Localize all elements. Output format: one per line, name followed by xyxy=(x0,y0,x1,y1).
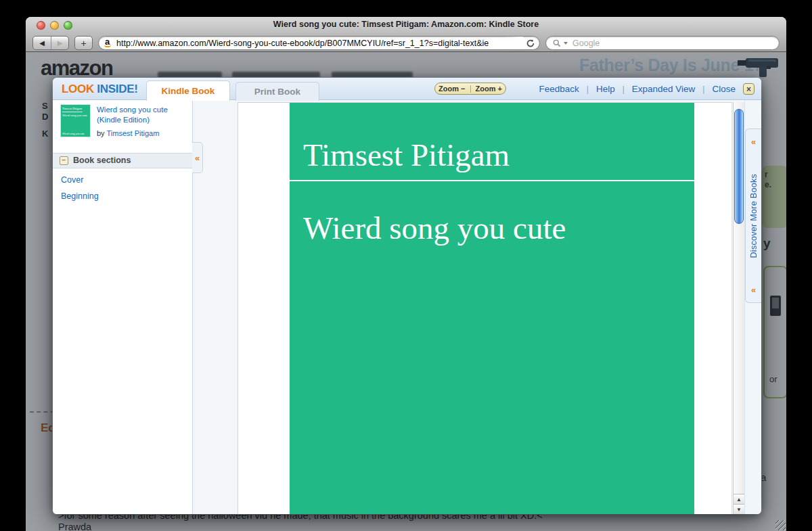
feedback-link[interactable]: Feedback xyxy=(539,84,579,94)
cover-divider-line xyxy=(290,180,694,181)
back-button[interactable]: ◀ xyxy=(33,37,51,49)
book-title-link[interactable]: Wierd song you cute (Kindle Edition) xyxy=(97,105,185,125)
forward-button[interactable]: ▶ xyxy=(51,37,68,49)
browser-toolbar: ◀ ▶ + a http://www.amazon.com/Wierd-song… xyxy=(26,34,786,52)
search-engine-dropdown-icon[interactable] xyxy=(564,42,568,45)
amazon-favicon-icon: a xyxy=(104,38,113,48)
scroll-down-icon[interactable]: ▼ xyxy=(734,504,744,514)
reload-icon[interactable] xyxy=(526,39,535,48)
scrollbar-thumb[interactable] xyxy=(734,109,744,224)
collapse-minus-icon[interactable]: − xyxy=(60,156,68,165)
title-bar[interactable]: Wierd song you cute: Timsest Pitigam: Am… xyxy=(26,17,786,34)
browser-chrome: Wierd song you cute: Timsest Pitigam: Am… xyxy=(26,17,786,52)
zoom-out-button[interactable]: Zoom − xyxy=(438,85,465,93)
window-resize-grip[interactable] xyxy=(775,520,786,530)
book-thumbnail[interactable]: Timsest Pitigam Wierd song you cute Wier… xyxy=(61,105,90,137)
book-sections-header[interactable]: − Book sections xyxy=(53,153,192,168)
cover-title-text: Wierd song you cute xyxy=(303,210,566,246)
book-cover: Timsest Pitigam Wierd song you cute xyxy=(290,103,694,514)
look-inside-logo: LOOK INSIDE! xyxy=(62,83,138,96)
history-buttons: ◀ ▶ xyxy=(32,36,69,50)
sidebar-collapse-tab[interactable]: « xyxy=(192,142,203,173)
close-icon[interactable]: × xyxy=(743,83,754,95)
discover-more-books-label[interactable]: Discover More Books xyxy=(749,174,759,258)
help-link[interactable]: Help xyxy=(596,84,615,94)
desktop: Wierd song you cute: Timsest Pitigam: Am… xyxy=(0,0,812,531)
tab-kindle-book[interactable]: Kindle Book xyxy=(146,80,230,101)
reader-scrollbar[interactable]: ▲ ▼ xyxy=(733,102,744,514)
tab-print-book[interactable]: Print Book xyxy=(235,82,319,101)
modal-body: Timsest Pitigam Wierd song you cute Wier… xyxy=(53,100,761,514)
book-info: Timsest Pitigam Wierd song you cute Wier… xyxy=(61,105,185,137)
window-title: Wierd song you cute: Timsest Pitigam: Am… xyxy=(26,20,786,29)
search-field[interactable]: Google xyxy=(545,36,780,50)
scrollbar-arrows: ▲ ▼ xyxy=(734,494,744,514)
search-icon xyxy=(553,39,561,47)
discover-rail: « Discover More Books « xyxy=(744,100,761,514)
chevron-left-icon: « xyxy=(195,154,200,162)
zoom-in-button[interactable]: Zoom + xyxy=(476,85,502,93)
discover-more-books-tab[interactable]: « Discover More Books « xyxy=(745,129,761,303)
new-tab-button[interactable]: + xyxy=(74,36,93,50)
reader-viewport: Timsest Pitigam Wierd song you cute ▲ ▼ xyxy=(193,100,744,514)
expanded-view-link[interactable]: Expanded View xyxy=(632,84,696,94)
scroll-up-icon[interactable]: ▲ xyxy=(734,494,744,504)
book-page: Timsest Pitigam Wierd song you cute xyxy=(238,102,732,514)
chevron-left-icon[interactable]: « xyxy=(751,137,756,146)
reader-sidebar: Timsest Pitigam Wierd song you cute Wier… xyxy=(53,100,193,514)
look-inside-modal: LOOK INSIDE! Kindle Book Print Book Zoom… xyxy=(53,78,761,514)
modal-menu: Feedback | Help | Expanded View | Close … xyxy=(539,83,754,95)
modal-header: LOOK INSIDE! Kindle Book Print Book Zoom… xyxy=(53,78,761,100)
chevron-left-icon[interactable]: « xyxy=(751,285,756,294)
address-bar[interactable]: a http://www.amazon.com/Wierd-song-you-c… xyxy=(98,36,540,50)
author-link[interactable]: Timsest Pitigam xyxy=(106,129,159,137)
search-placeholder: Google xyxy=(572,39,600,48)
zoom-controls: Zoom − Zoom + xyxy=(434,83,506,95)
url-text[interactable]: http://www.amazon.com/Wierd-song-you-cut… xyxy=(116,39,522,48)
cover-author-text: Timsest Pitigam xyxy=(303,137,510,173)
close-link[interactable]: Close xyxy=(712,84,736,94)
section-link-cover[interactable]: Cover xyxy=(61,175,192,185)
section-link-beginning[interactable]: Beginning xyxy=(61,191,192,201)
book-author-line: by Timsest Pitigam xyxy=(97,129,185,137)
